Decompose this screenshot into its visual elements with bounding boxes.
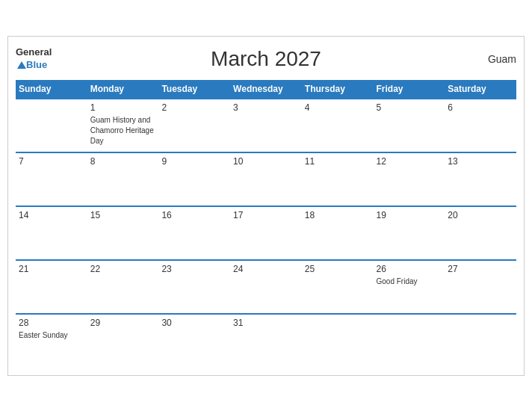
day-cell-w1-d1: 8 [87,152,159,206]
col-tuesday: Tuesday [158,80,230,99]
day-number: 12 [377,156,442,167]
col-wednesday: Wednesday [230,80,302,99]
day-number: 5 [377,102,442,113]
day-cell-w4-d4 [302,314,374,368]
day-cell-w1-d4: 11 [302,152,374,206]
day-cell-w3-d3: 24 [230,260,302,314]
day-number: 6 [448,102,513,113]
day-cell-w3-d6: 27 [445,260,516,314]
day-number: 20 [448,210,513,220]
calendar-title: March 2027 [211,47,321,71]
logo-general-text: General [16,47,52,58]
holiday-text: Easter Sunday [19,331,68,339]
day-number: 31 [233,318,299,328]
day-number: 17 [233,210,299,220]
day-number: 1 [90,102,156,113]
day-number: 28 [19,318,84,328]
day-cell-w0-d5: 5 [374,99,445,152]
day-number: 9 [161,156,227,167]
calendar-thead: Sunday Monday Tuesday Wednesday Thursday… [16,80,516,99]
day-number: 19 [377,210,442,220]
day-cell-w1-d5: 12 [374,152,445,206]
day-number: 30 [161,318,227,328]
day-number: 27 [448,264,513,274]
holiday-text: Good Friday [377,277,418,285]
header-row: Sunday Monday Tuesday Wednesday Thursday… [16,80,516,99]
day-cell-w0-d4: 4 [302,99,374,152]
day-number: 8 [90,156,156,167]
day-number: 24 [233,264,299,274]
day-cell-w2-d6: 20 [445,206,516,260]
col-friday: Friday [374,80,445,99]
col-monday: Monday [87,80,159,99]
day-number: 2 [161,102,227,113]
week-row-2: 14151617181920 [16,206,516,260]
calendar-body: 1Guam History and Chamorro Heritage Day2… [16,99,516,368]
calendar-table: Sunday Monday Tuesday Wednesday Thursday… [16,80,516,368]
day-number: 16 [161,210,227,220]
day-number: 11 [305,156,371,167]
day-cell-w2-d2: 16 [158,206,230,260]
day-cell-w2-d3: 17 [230,206,302,260]
day-cell-w3-d0: 21 [16,260,87,314]
day-cell-w4-d6 [445,314,516,368]
day-number: 7 [19,156,84,167]
calendar-header: General Blue March 2027 Guam [16,44,516,74]
day-number: 21 [19,264,84,274]
day-cell-w0-d0 [16,99,87,152]
day-cell-w1-d2: 9 [158,152,230,206]
day-number: 10 [233,156,299,167]
col-sunday: Sunday [16,80,87,99]
holiday-text: Guam History and Chamorro Heritage Day [90,116,154,145]
region-label: Guam [488,53,516,65]
day-number: 15 [90,210,156,220]
day-number: 29 [90,318,156,328]
calendar-container: General Blue March 2027 Guam Sunday Mond… [7,36,525,376]
day-number: 22 [90,264,156,274]
logo-triangle-icon [17,61,26,69]
day-cell-w0-d2: 2 [158,99,230,152]
day-cell-w3-d1: 22 [87,260,159,314]
day-cell-w2-d5: 19 [374,206,445,260]
day-cell-w2-d4: 18 [302,206,374,260]
day-cell-w2-d1: 15 [87,206,159,260]
day-cell-w1-d0: 7 [16,152,87,206]
day-cell-w4-d1: 29 [87,314,159,368]
col-saturday: Saturday [445,80,516,99]
col-thursday: Thursday [302,80,374,99]
week-row-3: 212223242526Good Friday27 [16,260,516,314]
day-cell-w4-d5 [374,314,445,368]
day-cell-w4-d0: 28Easter Sunday [16,314,87,368]
day-cell-w3-d4: 25 [302,260,374,314]
day-number: 18 [305,210,371,220]
day-cell-w0-d3: 3 [230,99,302,152]
day-number: 13 [448,156,513,167]
week-row-1: 78910111213 [16,152,516,206]
day-cell-w1-d6: 13 [445,152,516,206]
day-cell-w4-d3: 31 [230,314,302,368]
day-number: 14 [19,210,84,220]
day-number: 26 [377,264,442,274]
logo-blue-text: Blue [16,58,52,71]
week-row-0: 1Guam History and Chamorro Heritage Day2… [16,99,516,152]
week-row-4: 28Easter Sunday293031 [16,314,516,368]
day-cell-w0-d6: 6 [445,99,516,152]
day-cell-w0-d1: 1Guam History and Chamorro Heritage Day [87,99,159,152]
day-number: 23 [161,264,227,274]
day-cell-w2-d0: 14 [16,206,87,260]
day-cell-w1-d3: 10 [230,152,302,206]
logo: General Blue [16,47,52,71]
day-cell-w3-d5: 26Good Friday [374,260,445,314]
day-cell-w4-d2: 30 [158,314,230,368]
day-cell-w3-d2: 23 [158,260,230,314]
day-number: 25 [305,264,371,274]
day-number: 4 [305,102,371,113]
day-number: 3 [233,102,299,113]
